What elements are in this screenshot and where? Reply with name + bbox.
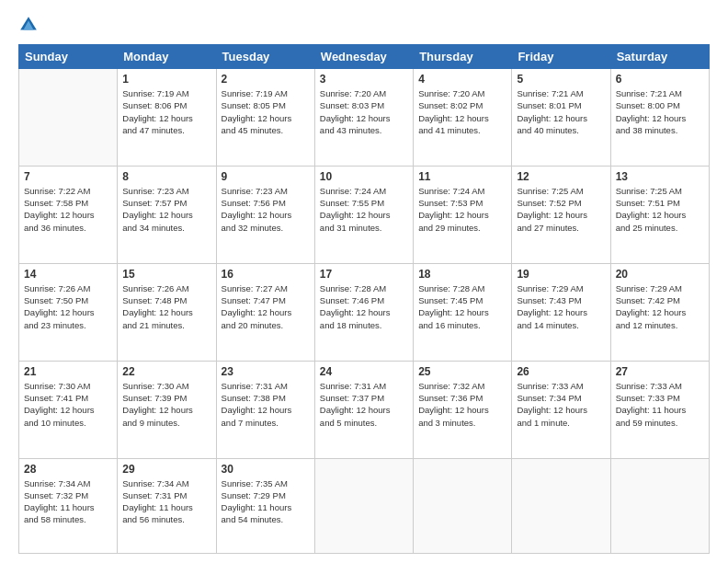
day-info: Sunrise: 7:30 AM Sunset: 7:39 PM Dayligh… — [122, 380, 210, 429]
day-number: 2 — [222, 73, 310, 86]
header — [18, 15, 710, 35]
day-number: 24 — [320, 365, 408, 378]
calendar-cell: 21Sunrise: 7:30 AM Sunset: 7:41 PM Dayli… — [19, 361, 118, 458]
calendar-header-friday: Friday — [512, 45, 610, 69]
day-info: Sunrise: 7:29 AM Sunset: 7:42 PM Dayligh… — [616, 282, 704, 331]
calendar-cell: 10Sunrise: 7:24 AM Sunset: 7:55 PM Dayli… — [314, 166, 413, 263]
calendar-cell: 23Sunrise: 7:31 AM Sunset: 7:38 PM Dayli… — [216, 361, 314, 458]
day-number: 15 — [122, 268, 210, 281]
day-number: 10 — [320, 170, 408, 183]
day-number: 18 — [418, 268, 506, 281]
day-info: Sunrise: 7:32 AM Sunset: 7:36 PM Dayligh… — [418, 380, 506, 429]
day-info: Sunrise: 7:25 AM Sunset: 7:51 PM Dayligh… — [616, 185, 704, 234]
day-number: 29 — [122, 463, 210, 476]
day-info: Sunrise: 7:24 AM Sunset: 7:55 PM Dayligh… — [320, 185, 408, 234]
day-number: 8 — [122, 170, 210, 183]
day-info: Sunrise: 7:28 AM Sunset: 7:45 PM Dayligh… — [418, 282, 506, 331]
day-number: 23 — [222, 365, 310, 378]
day-number: 4 — [418, 73, 506, 86]
calendar-cell: 11Sunrise: 7:24 AM Sunset: 7:53 PM Dayli… — [414, 166, 512, 263]
calendar-cell: 30Sunrise: 7:35 AM Sunset: 7:29 PM Dayli… — [216, 458, 314, 554]
day-number: 3 — [320, 73, 408, 86]
calendar-cell: 12Sunrise: 7:25 AM Sunset: 7:52 PM Dayli… — [512, 166, 610, 263]
day-info: Sunrise: 7:19 AM Sunset: 8:06 PM Dayligh… — [122, 87, 210, 136]
calendar-cell — [314, 458, 413, 554]
calendar-cell: 14Sunrise: 7:26 AM Sunset: 7:50 PM Dayli… — [19, 263, 118, 361]
day-info: Sunrise: 7:27 AM Sunset: 7:47 PM Dayligh… — [222, 282, 310, 331]
day-info: Sunrise: 7:28 AM Sunset: 7:46 PM Dayligh… — [320, 282, 408, 331]
logo-icon — [18, 15, 39, 35]
calendar-week-2: 7Sunrise: 7:22 AM Sunset: 7:58 PM Daylig… — [19, 166, 710, 263]
calendar-header-tuesday: Tuesday — [216, 45, 314, 69]
calendar-cell — [19, 69, 118, 167]
logo — [18, 15, 42, 35]
calendar-week-3: 14Sunrise: 7:26 AM Sunset: 7:50 PM Dayli… — [19, 263, 710, 361]
calendar-cell: 7Sunrise: 7:22 AM Sunset: 7:58 PM Daylig… — [19, 166, 118, 263]
day-number: 11 — [418, 170, 506, 183]
calendar-cell: 6Sunrise: 7:21 AM Sunset: 8:00 PM Daylig… — [610, 69, 709, 167]
calendar-cell: 17Sunrise: 7:28 AM Sunset: 7:46 PM Dayli… — [314, 263, 413, 361]
day-number: 19 — [517, 268, 605, 281]
day-number: 9 — [222, 170, 310, 183]
calendar-cell: 25Sunrise: 7:32 AM Sunset: 7:36 PM Dayli… — [414, 361, 512, 458]
calendar-cell — [610, 458, 709, 554]
calendar-header-wednesday: Wednesday — [314, 45, 413, 69]
page: SundayMondayTuesdayWednesdayThursdayFrid… — [0, 0, 728, 563]
day-number: 12 — [517, 170, 605, 183]
day-number: 16 — [222, 268, 310, 281]
day-info: Sunrise: 7:35 AM Sunset: 7:29 PM Dayligh… — [222, 477, 310, 526]
day-number: 17 — [320, 268, 408, 281]
day-number: 22 — [122, 365, 210, 378]
calendar-cell: 19Sunrise: 7:29 AM Sunset: 7:43 PM Dayli… — [512, 263, 610, 361]
calendar-cell: 3Sunrise: 7:20 AM Sunset: 8:03 PM Daylig… — [314, 69, 413, 167]
calendar-week-5: 28Sunrise: 7:34 AM Sunset: 7:32 PM Dayli… — [19, 458, 710, 554]
day-number: 25 — [418, 365, 506, 378]
day-info: Sunrise: 7:29 AM Sunset: 7:43 PM Dayligh… — [517, 282, 605, 331]
calendar-cell: 15Sunrise: 7:26 AM Sunset: 7:48 PM Dayli… — [118, 263, 216, 361]
day-number: 1 — [122, 73, 210, 86]
calendar-cell: 28Sunrise: 7:34 AM Sunset: 7:32 PM Dayli… — [19, 458, 118, 554]
day-info: Sunrise: 7:34 AM Sunset: 7:31 PM Dayligh… — [122, 477, 210, 526]
calendar-cell: 16Sunrise: 7:27 AM Sunset: 7:47 PM Dayli… — [216, 263, 314, 361]
day-info: Sunrise: 7:26 AM Sunset: 7:48 PM Dayligh… — [122, 282, 210, 331]
day-number: 14 — [24, 268, 112, 281]
day-number: 30 — [222, 463, 310, 476]
day-number: 7 — [24, 170, 112, 183]
day-info: Sunrise: 7:31 AM Sunset: 7:37 PM Dayligh… — [320, 380, 408, 429]
calendar-week-1: 1Sunrise: 7:19 AM Sunset: 8:06 PM Daylig… — [19, 69, 710, 167]
calendar-cell: 20Sunrise: 7:29 AM Sunset: 7:42 PM Dayli… — [610, 263, 709, 361]
calendar-week-4: 21Sunrise: 7:30 AM Sunset: 7:41 PM Dayli… — [19, 361, 710, 458]
calendar-cell: 4Sunrise: 7:20 AM Sunset: 8:02 PM Daylig… — [414, 69, 512, 167]
day-number: 21 — [24, 365, 112, 378]
calendar-cell: 2Sunrise: 7:19 AM Sunset: 8:05 PM Daylig… — [216, 69, 314, 167]
day-number: 13 — [616, 170, 704, 183]
day-number: 5 — [517, 73, 605, 86]
calendar-cell: 24Sunrise: 7:31 AM Sunset: 7:37 PM Dayli… — [314, 361, 413, 458]
day-info: Sunrise: 7:30 AM Sunset: 7:41 PM Dayligh… — [24, 380, 112, 429]
calendar-cell: 9Sunrise: 7:23 AM Sunset: 7:56 PM Daylig… — [216, 166, 314, 263]
calendar-cell — [414, 458, 512, 554]
day-info: Sunrise: 7:21 AM Sunset: 8:01 PM Dayligh… — [517, 87, 605, 136]
day-info: Sunrise: 7:19 AM Sunset: 8:05 PM Dayligh… — [222, 87, 310, 136]
day-info: Sunrise: 7:20 AM Sunset: 8:02 PM Dayligh… — [418, 87, 506, 136]
calendar-cell: 13Sunrise: 7:25 AM Sunset: 7:51 PM Dayli… — [610, 166, 709, 263]
calendar-header-saturday: Saturday — [610, 45, 709, 69]
day-info: Sunrise: 7:20 AM Sunset: 8:03 PM Dayligh… — [320, 87, 408, 136]
day-info: Sunrise: 7:33 AM Sunset: 7:34 PM Dayligh… — [517, 380, 605, 429]
calendar-cell: 27Sunrise: 7:33 AM Sunset: 7:33 PM Dayli… — [610, 361, 709, 458]
calendar-cell: 8Sunrise: 7:23 AM Sunset: 7:57 PM Daylig… — [118, 166, 216, 263]
calendar-header-monday: Monday — [118, 45, 216, 69]
calendar-cell: 18Sunrise: 7:28 AM Sunset: 7:45 PM Dayli… — [414, 263, 512, 361]
day-number: 6 — [616, 73, 704, 86]
day-info: Sunrise: 7:34 AM Sunset: 7:32 PM Dayligh… — [24, 477, 112, 526]
day-info: Sunrise: 7:23 AM Sunset: 7:56 PM Dayligh… — [222, 185, 310, 234]
calendar-cell — [512, 458, 610, 554]
calendar-header-sunday: Sunday — [19, 45, 118, 69]
day-info: Sunrise: 7:33 AM Sunset: 7:33 PM Dayligh… — [616, 380, 704, 429]
calendar-cell: 22Sunrise: 7:30 AM Sunset: 7:39 PM Dayli… — [118, 361, 216, 458]
calendar-table: SundayMondayTuesdayWednesdayThursdayFrid… — [18, 44, 710, 554]
calendar-cell: 26Sunrise: 7:33 AM Sunset: 7:34 PM Dayli… — [512, 361, 610, 458]
day-info: Sunrise: 7:23 AM Sunset: 7:57 PM Dayligh… — [122, 185, 210, 234]
calendar-header-thursday: Thursday — [414, 45, 512, 69]
day-number: 28 — [24, 463, 112, 476]
